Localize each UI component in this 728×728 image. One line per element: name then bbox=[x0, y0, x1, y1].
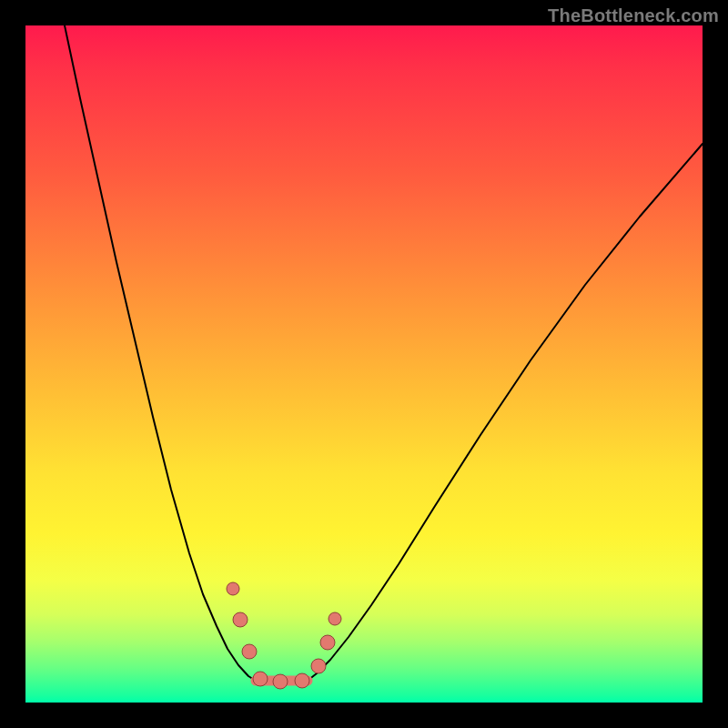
curve-left-branch bbox=[65, 25, 256, 681]
watermark-text: TheBottleneck.com bbox=[548, 5, 719, 26]
data-marker bbox=[227, 582, 239, 595]
chart-svg bbox=[25, 25, 703, 703]
curve-markers bbox=[227, 582, 341, 689]
data-marker bbox=[242, 644, 257, 659]
data-marker bbox=[320, 635, 335, 650]
data-marker bbox=[329, 612, 341, 625]
chart-plot-area bbox=[25, 25, 703, 703]
data-marker bbox=[295, 673, 309, 688]
data-marker bbox=[273, 674, 288, 689]
data-marker bbox=[253, 672, 268, 686]
data-marker bbox=[233, 612, 248, 627]
data-marker bbox=[311, 659, 326, 673]
curve-right-branch bbox=[308, 144, 703, 681]
chart-frame: TheBottleneck.com bbox=[0, 0, 728, 728]
